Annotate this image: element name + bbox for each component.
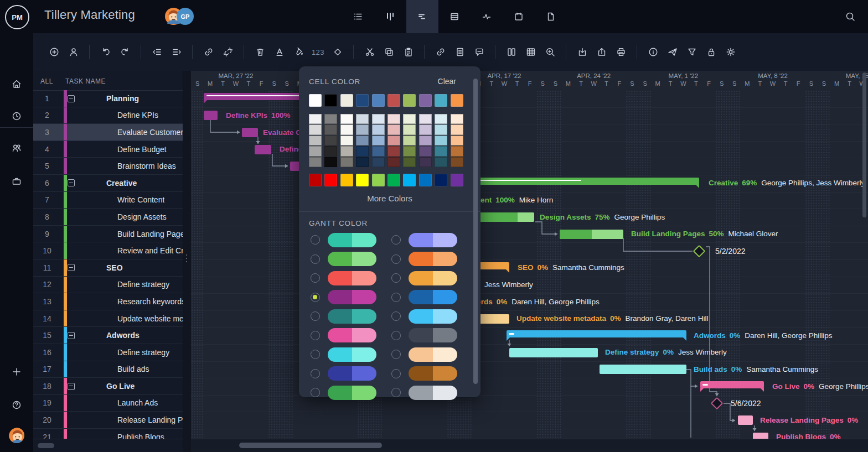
collapse-icon[interactable] xyxy=(68,264,75,271)
gantt-color-pill[interactable] xyxy=(409,233,457,247)
cell-color-shade-swatch[interactable] xyxy=(372,157,385,167)
milestone-diamond[interactable] xyxy=(693,245,706,257)
copy-button[interactable] xyxy=(379,43,399,62)
gantt-color-pill[interactable] xyxy=(328,328,376,342)
cell-color-shade-swatch[interactable] xyxy=(435,136,447,146)
cell-color-swatch[interactable] xyxy=(309,94,322,107)
task-row[interactable]: 5Brainstorm Ideas xyxy=(33,158,183,175)
cell-color-shade-swatch[interactable] xyxy=(435,114,447,124)
sidebar-clock-icon[interactable] xyxy=(0,105,33,127)
view-tab-sheet-view[interactable] xyxy=(438,0,471,33)
view-tab-board-view[interactable] xyxy=(374,0,406,33)
gantt-color-radio[interactable] xyxy=(311,235,320,245)
gantt-color-option[interactable] xyxy=(309,290,390,304)
task-row[interactable]: 17Build ads xyxy=(33,361,183,378)
cell-color-shade-swatch[interactable] xyxy=(435,157,447,167)
gantt-summary-bar[interactable] xyxy=(507,330,686,337)
gantt-color-radio[interactable] xyxy=(391,388,401,397)
gantt-task-bar[interactable] xyxy=(204,111,218,120)
cell-color-shade-swatch[interactable] xyxy=(372,124,385,134)
gantt-color-pill[interactable] xyxy=(328,233,376,247)
cell-color-shade-swatch[interactable] xyxy=(372,136,385,146)
gantt-color-radio[interactable] xyxy=(311,331,320,340)
cell-color-shade-swatch[interactable] xyxy=(372,114,385,124)
cell-color-shade-swatch[interactable] xyxy=(372,146,385,156)
gantt-color-pill[interactable] xyxy=(328,386,376,400)
standard-color-swatch[interactable] xyxy=(403,174,416,186)
task-row[interactable]: 10Review and Edit Cre... xyxy=(33,242,183,259)
gantt-color-radio[interactable] xyxy=(391,350,401,359)
cell-color-swatch[interactable] xyxy=(419,94,432,107)
gantt-color-radio[interactable] xyxy=(391,273,401,283)
cell-color-swatch[interactable] xyxy=(388,94,400,107)
sidebar-briefcase-icon[interactable] xyxy=(0,170,33,193)
cell-color-shade-swatch[interactable] xyxy=(435,146,447,156)
cell-color-shade-swatch[interactable] xyxy=(340,146,353,156)
gantt-color-option[interactable] xyxy=(390,366,471,381)
cell-color-shade-swatch[interactable] xyxy=(309,124,322,134)
more-colors-button[interactable]: More Colors xyxy=(309,194,471,205)
task-row[interactable]: 21Publish Blogs xyxy=(33,429,183,439)
cell-color-shade-swatch[interactable] xyxy=(324,146,337,156)
cell-color-shade-swatch[interactable] xyxy=(403,114,416,124)
task-row[interactable]: 16Define strategy xyxy=(33,344,183,361)
task-row[interactable]: 2Define KPIs xyxy=(33,107,183,124)
sidebar-home-icon[interactable] xyxy=(0,73,33,95)
standard-color-swatch[interactable] xyxy=(419,174,432,186)
gantt-color-radio[interactable] xyxy=(391,369,401,378)
assign-user-button[interactable] xyxy=(64,43,83,62)
gantt-color-pill[interactable] xyxy=(409,309,457,324)
all-filter[interactable]: ALL xyxy=(40,77,53,85)
standard-color-swatch[interactable] xyxy=(388,174,400,186)
task-row[interactable]: 4Define Budget xyxy=(33,141,183,158)
cell-color-shade-swatch[interactable] xyxy=(356,157,369,167)
gantt-color-option[interactable] xyxy=(390,347,471,362)
task-row[interactable]: 7Write Content xyxy=(33,192,183,209)
gantt-color-option[interactable] xyxy=(390,271,471,285)
cell-color-shade-swatch[interactable] xyxy=(388,136,400,146)
gantt-summary-bar[interactable] xyxy=(700,381,764,388)
gantt-task-bar[interactable] xyxy=(255,145,271,154)
gantt-color-pill[interactable] xyxy=(409,328,457,342)
cell-color-swatch[interactable] xyxy=(435,94,447,107)
cell-color-shade-swatch[interactable] xyxy=(403,157,416,167)
cell-color-shade-swatch[interactable] xyxy=(324,136,337,146)
undo-button[interactable] xyxy=(96,43,115,62)
cell-color-shade-swatch[interactable] xyxy=(419,146,432,156)
link-tasks-button[interactable] xyxy=(199,43,218,62)
cell-color-shade-swatch[interactable] xyxy=(356,124,369,134)
cell-color-swatch[interactable] xyxy=(451,94,463,107)
notes-button[interactable] xyxy=(450,43,469,62)
standard-color-swatch[interactable] xyxy=(435,174,447,186)
view-tab-activity-view[interactable] xyxy=(471,0,503,33)
cell-color-shade-swatch[interactable] xyxy=(451,157,463,167)
gantt-color-pill[interactable] xyxy=(409,386,457,400)
cell-color-shade-swatch[interactable] xyxy=(340,124,353,134)
unlink-tasks-button[interactable] xyxy=(218,43,237,62)
gantt-color-option[interactable] xyxy=(309,347,390,362)
gantt-color-radio[interactable] xyxy=(311,311,320,321)
delete-button[interactable] xyxy=(250,43,270,62)
task-row[interactable]: 20Release Landing Pa... xyxy=(33,412,183,429)
collapse-icon[interactable] xyxy=(68,95,75,102)
comment-button[interactable] xyxy=(469,43,489,62)
pm-logo[interactable]: PM xyxy=(5,5,29,29)
cell-color-shade-swatch[interactable] xyxy=(340,157,353,167)
task-row[interactable]: 14Update website met... xyxy=(33,310,183,328)
gantt-color-option[interactable] xyxy=(309,366,390,381)
gantt-color-radio[interactable] xyxy=(391,293,401,302)
standard-color-swatch[interactable] xyxy=(324,174,337,186)
add-task-button[interactable] xyxy=(44,43,64,62)
task-row[interactable]: 8Design Assets xyxy=(33,209,183,226)
settings-button[interactable] xyxy=(721,43,740,62)
gantt-color-pill[interactable] xyxy=(328,347,376,362)
cell-color-shade-swatch[interactable] xyxy=(388,114,400,124)
gantt-color-option[interactable] xyxy=(309,386,390,400)
gantt-color-radio[interactable] xyxy=(391,331,401,340)
gantt-color-option[interactable] xyxy=(309,309,390,324)
cell-color-shade-swatch[interactable] xyxy=(356,114,369,124)
sidebar-team-icon[interactable] xyxy=(0,137,33,159)
task-row[interactable]: 18Go Live xyxy=(33,378,183,395)
gantt-color-pill[interactable] xyxy=(409,290,457,304)
cell-color-shade-swatch[interactable] xyxy=(356,146,369,156)
